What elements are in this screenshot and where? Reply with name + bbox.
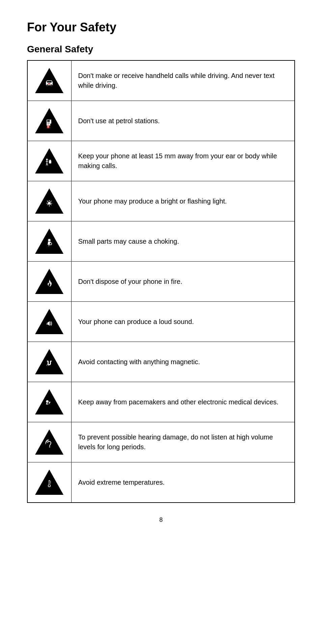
svg-rect-13	[47, 123, 50, 123]
safety-row-text: Don't use at petrol stations.	[71, 101, 295, 141]
hearing-icon	[27, 422, 71, 462]
svg-point-58	[49, 485, 50, 487]
table-row: Avoid contacting with anything magnetic.	[27, 342, 295, 382]
svg-point-49	[46, 400, 49, 403]
table-row: Your phone may produce a bright or flash…	[27, 181, 295, 221]
safety-table: 🚗 Don't make or receive handheld calls w…	[27, 60, 295, 503]
safety-row-text: Your phone can produce a loud sound.	[71, 302, 295, 342]
svg-point-37	[50, 243, 52, 245]
table-row: Keep away from pacemakers and other elec…	[27, 382, 295, 422]
svg-rect-57	[49, 481, 50, 485]
page-title: For Your Safety	[27, 20, 295, 34]
fire-icon	[27, 262, 71, 302]
svg-rect-11	[50, 120, 51, 124]
svg-text:⛽: ⛽	[47, 124, 51, 129]
table-row: Your phone can produce a loud sound.	[27, 302, 295, 342]
temperature-icon	[27, 462, 71, 503]
svg-point-35	[48, 239, 51, 241]
table-row: Avoid extreme temperatures.	[27, 462, 295, 503]
section-title: General Safety	[27, 44, 295, 55]
table-row: Keep your phone at least 15 mm away from…	[27, 141, 295, 181]
safety-row-text: To prevent possible hearing damage, do n…	[71, 422, 295, 462]
svg-point-53	[49, 447, 50, 448]
car-driving-icon: 🚗	[27, 60, 71, 101]
svg-text:🚗: 🚗	[48, 82, 51, 85]
petrol-station-icon: ⛽	[27, 101, 71, 141]
svg-marker-52	[36, 430, 63, 454]
safety-row-text: Avoid extreme temperatures.	[71, 462, 295, 503]
safety-row-text: Small parts may cause a choking.	[71, 221, 295, 262]
safety-row-text: Keep away from pacemakers and other elec…	[71, 382, 295, 422]
table-row: To prevent possible hearing damage, do n…	[27, 422, 295, 462]
svg-rect-22	[49, 160, 51, 160]
table-row: Don't dispose of your phone in fire.	[27, 262, 295, 302]
svg-rect-10	[47, 120, 50, 122]
svg-rect-21	[49, 160, 51, 163]
svg-rect-46	[47, 360, 48, 361]
page-number: 8	[27, 516, 295, 524]
bright-light-icon	[27, 181, 71, 221]
table-row: Small parts may cause a choking.	[27, 221, 295, 262]
svg-marker-45	[36, 350, 63, 374]
table-row: 🚗 Don't make or receive handheld calls w…	[27, 60, 295, 101]
safety-row-text: Don't make or receive handheld calls whi…	[71, 60, 295, 101]
svg-rect-47	[50, 360, 52, 361]
svg-point-12	[50, 119, 51, 120]
table-row: ⛽ Don't use at petrol stations.	[27, 101, 295, 141]
safety-row-text: Keep your phone at least 15 mm away from…	[71, 141, 295, 181]
loud-sound-icon	[27, 302, 71, 342]
safety-row-text: Your phone may produce a bright or flash…	[71, 181, 295, 221]
svg-point-16	[46, 159, 48, 160]
svg-point-25	[48, 202, 51, 205]
magnetic-icon	[27, 342, 71, 382]
choking-icon	[27, 221, 71, 262]
pacemaker-icon	[27, 382, 71, 422]
safety-row-text: Avoid contacting with anything magnetic.	[71, 342, 295, 382]
safety-row-text: Don't dispose of your phone in fire.	[71, 262, 295, 302]
body-distance-icon	[27, 141, 71, 181]
